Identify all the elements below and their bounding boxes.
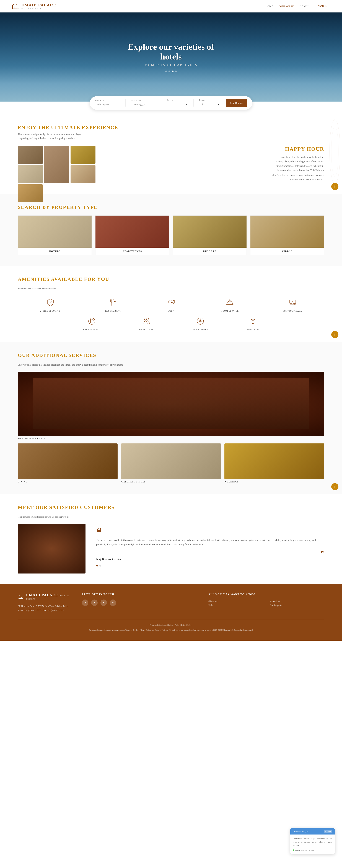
property-resorts[interactable]: RESORTS	[173, 215, 247, 255]
enjoy-section: —— ENJOY THE ULTIMATE EXPERIENCE This el…	[0, 110, 342, 194]
footer-get-in-touch-title: LET'S GET IN TOUCH	[82, 593, 198, 596]
checkin-input[interactable]	[95, 102, 120, 107]
rooms-select[interactable]: 123	[199, 102, 220, 107]
gallery-image-4	[18, 165, 43, 183]
resorts-label: RESORTS	[173, 248, 247, 255]
footer-top: UMAID PALACE HOTELS & RESORTS CF 11 Acti…	[18, 593, 324, 613]
footer-link-about[interactable]: About Us	[209, 599, 263, 602]
power-label: 24 HR POWER	[192, 328, 208, 331]
amenity-parking: FREE PARKING	[83, 316, 100, 331]
divider-1	[125, 99, 126, 106]
svg-line-7	[172, 300, 174, 301]
footer-logo-icon	[18, 593, 24, 600]
logo-title: UMAID PALACE	[21, 3, 56, 7]
ornament-right	[328, 116, 342, 187]
hero-dot-3[interactable]	[172, 70, 174, 72]
enjoy-content: HAPPY HOUR Escape from daily life and en…	[18, 146, 324, 183]
testimonial-text: The service was excellent- thankyou. He …	[96, 538, 324, 547]
hero-dot-4[interactable]	[175, 70, 177, 72]
footer-logo-text: UMAID PALACE HOTELS & RESORTS	[26, 593, 71, 600]
hero-title: Explore our varieties of hotels	[128, 42, 214, 61]
svg-rect-0	[12, 8, 19, 9]
footer-link-properties[interactable]: Our Properties	[270, 604, 324, 607]
nav-admin[interactable]: ADMIN	[300, 5, 309, 8]
meetings-events-image	[18, 372, 324, 436]
amenity-wifi: FREE WIFI	[247, 316, 259, 331]
footer-social: LET'S GET IN TOUCH ● ● ● ●	[82, 593, 198, 613]
happy-hour-title: HAPPY HOUR	[244, 146, 324, 152]
roomservice-label: ROOM SERVICE	[221, 310, 239, 312]
scroll-up-button[interactable]: ⇧	[331, 183, 338, 190]
roomservice-icon	[224, 297, 235, 308]
nav-home[interactable]: HOME	[266, 5, 273, 8]
find-rooms-button[interactable]: Find Rooms	[226, 99, 247, 107]
scroll-up-amenities[interactable]: ⇧	[331, 331, 338, 338]
testimonial-dot-2[interactable]	[99, 565, 101, 566]
enjoy-title: ENJOY THE ULTIMATE EXPERIENCE	[18, 125, 324, 130]
facebook-icon[interactable]: ●	[100, 599, 107, 606]
property-grid: HOTELS APARTMENTS RESORTS VILLAS	[18, 215, 324, 255]
amenities-title: AMENITIES AVAILABLE FOR YOU	[18, 276, 324, 282]
rooms-label: Rooms	[199, 99, 220, 101]
search-bar: Check In Check Out Guests 1234 Rooms 123…	[90, 96, 252, 110]
guests-field: Guests 1234	[167, 99, 188, 107]
amenity-restaurant: RESTAURANT	[105, 297, 121, 312]
cctv-label: CCTV	[168, 310, 174, 312]
property-villas[interactable]: VILLAS	[250, 215, 324, 255]
service-wellness[interactable]: WELLNESS CIRCLE	[121, 443, 221, 483]
logo[interactable]: UMAID PALACE HOTELS & RESORTS	[11, 2, 56, 11]
testimonial-dot-1[interactable]	[96, 565, 98, 566]
svg-point-24	[145, 318, 147, 320]
svg-rect-16	[290, 300, 292, 303]
footer-logo-title: UMAID PALACE	[26, 593, 58, 597]
footer-link-help[interactable]: Help	[209, 604, 263, 607]
customers-section: MEET OUR SATISFIED CUSTOMERS Hear from o…	[0, 494, 342, 584]
power-icon	[195, 316, 206, 327]
footer-links: About Us Contact Us Help Our Properties	[209, 599, 324, 607]
email-icon[interactable]: ●	[110, 599, 116, 606]
hero-dot-1[interactable]	[165, 70, 167, 72]
restaurant-label: RESTAURANT	[105, 310, 121, 312]
services-grid: DINING WELLNESS CIRCLE WEDDINGS	[18, 443, 324, 483]
property-hotels[interactable]: HOTELS	[18, 215, 92, 255]
customers-title: MEET OUR SATISFIED CUSTOMERS	[18, 504, 324, 510]
checkout-field: Check Out	[131, 99, 156, 107]
frontdesk-icon	[141, 316, 152, 327]
svg-rect-15	[226, 304, 234, 305]
service-weddings[interactable]: WEDDINGS	[224, 443, 324, 483]
hotels-image	[18, 216, 92, 248]
whatsapp-icon[interactable]: ●	[91, 599, 98, 606]
nav-links: HOME CONTACT US ADMIN SIGN IN	[266, 3, 331, 9]
property-apartments[interactable]: APARTMENTS	[95, 215, 169, 255]
amenity-cctv: CCTV	[166, 297, 176, 312]
amenity-banquet: BANQUET HALL	[283, 297, 302, 312]
footer-address-line2: Phone: +91 (33) 4032 5333 | Fax: +91 (33…	[18, 608, 71, 613]
footer-know-title: ALL YOU MAY WANT TO KNOW	[209, 593, 324, 596]
checkin-label: Check In	[95, 99, 120, 101]
instagram-icon[interactable]: ●	[82, 599, 88, 606]
wellness-image	[121, 443, 221, 479]
weddings-image	[224, 443, 324, 479]
amenity-frontdesk: FRONT DESK	[139, 316, 154, 331]
signin-button[interactable]: SIGN IN	[314, 3, 331, 9]
divider-2	[161, 99, 161, 106]
hero-dot-2[interactable]	[168, 70, 170, 72]
enjoy-label: ——	[18, 120, 324, 123]
checkout-input[interactable]	[131, 102, 156, 107]
scroll-up-services[interactable]: ⇧	[331, 483, 338, 490]
service-dining[interactable]: DINING	[18, 443, 118, 483]
guests-select[interactable]: 1234	[167, 102, 188, 107]
hero-subtitle: MOMENTS OF HAPPINESS	[128, 63, 214, 67]
checkout-label: Check Out	[131, 99, 156, 101]
happy-hour-text: Escape from daily life and enjoy the bea…	[271, 155, 324, 182]
security-label: 24 HRS SECURITY	[40, 310, 61, 312]
villas-label: VILLAS	[250, 248, 324, 255]
rooms-field: Rooms 123	[199, 99, 220, 107]
hero-content: Explore our varieties of hotels MOMENTS …	[128, 42, 214, 72]
logo-text: UMAID PALACE HOTELS & RESORTS	[21, 3, 56, 9]
footer-brand: UMAID PALACE HOTELS & RESORTS CF 11 Acti…	[18, 593, 71, 613]
svg-rect-17	[293, 300, 296, 303]
logo-subtitle: HOTELS & RESORTS	[21, 7, 56, 9]
nav-contact[interactable]: CONTACT US	[279, 5, 294, 8]
footer-link-contact[interactable]: Contact Us	[270, 599, 324, 602]
